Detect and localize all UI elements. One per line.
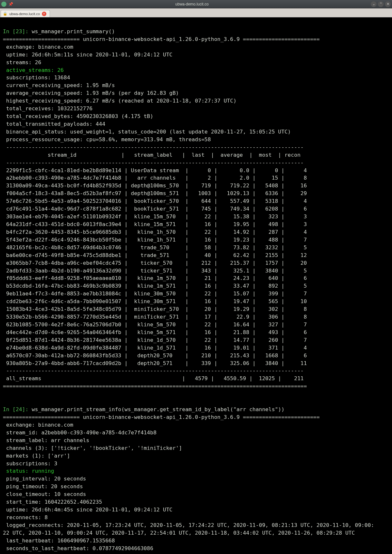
minimize-button[interactable]: ⌄ — [371, 1, 377, 7]
tab-label: ubwa-demo.lucit.co — [9, 12, 40, 16]
lock-icon: 🔒 — [3, 12, 7, 16]
browser-tabbar: 🔒 ubwa-demo.lucit.co × — [0, 8, 392, 17]
tab-close-icon[interactable]: × — [42, 12, 46, 16]
app-icon — [1, 2, 6, 7]
window-title: ubwa-demo.lucit.co — [13, 2, 371, 6]
browser-tab[interactable]: 🔒 ubwa-demo.lucit.co × — [1, 10, 50, 17]
pre: In [23]: ws_manager.print_summary() ====… — [3, 28, 374, 554]
maximize-button[interactable]: ⌃ — [378, 1, 384, 7]
window-titlebar: 📌 ubwa-demo.lucit.co ⌄ ⌃ ✕ — [0, 0, 392, 8]
terminal-output[interactable]: In [23]: ws_manager.print_summary() ====… — [0, 17, 392, 554]
pin-icon[interactable]: 📌 — [8, 2, 13, 6]
close-button[interactable]: ✕ — [385, 1, 391, 7]
